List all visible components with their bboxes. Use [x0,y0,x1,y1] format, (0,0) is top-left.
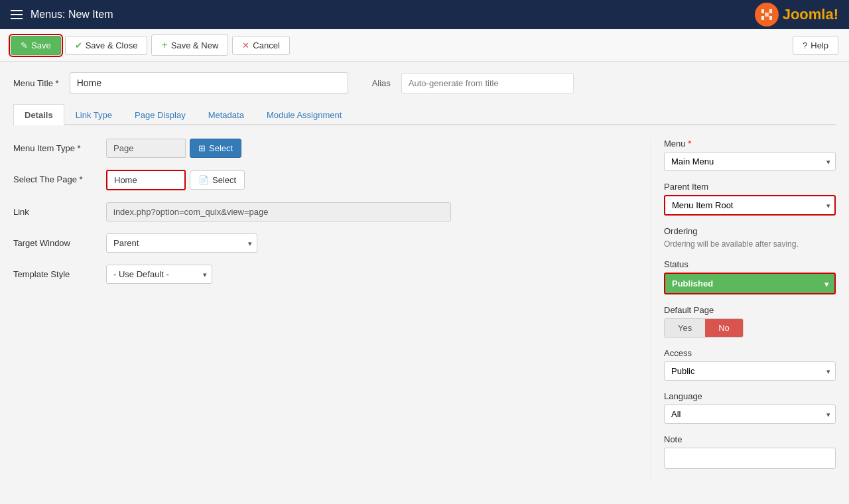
alias-label: Alias [372,78,391,88]
joomla-logo-icon [755,3,779,27]
check-icon: ✔ [75,40,82,50]
target-window-row: Target Window Parent New Window with Nav… [13,233,623,253]
language-select[interactable]: All [664,405,836,424]
form-body: Menu Item Type * Page ⊞ Select Select Th… [13,139,836,479]
alias-input[interactable] [401,73,574,94]
joomla-brand-text: Joomla! [783,6,838,23]
menu-item-type-row: Menu Item Type * Page ⊞ Select [13,139,623,158]
note-label: Note [664,434,836,444]
form-left: Menu Item Type * Page ⊞ Select Select Th… [13,139,650,479]
tab-details[interactable]: Details [13,104,64,125]
link-row: Link [13,202,623,221]
save-icon: ✎ [21,40,28,50]
joomla-logo: Joomla! [755,3,838,27]
status-select[interactable]: Published Unpublished Trashed [664,273,836,294]
access-field: Access Public Guest Registered Special S… [664,348,836,381]
menu-select[interactable]: Main Menu [664,152,836,171]
ordering-field: Ordering Ordering will be available afte… [664,226,836,249]
language-field: Language All [664,391,836,424]
select-page-control: Home 📄 Select [106,170,623,190]
cancel-button[interactable]: ✕ Cancel [232,36,289,55]
select-page-label: Select The Page * [13,170,106,184]
default-page-yes-button[interactable]: Yes [665,319,705,337]
selected-page-value: Home [106,170,186,190]
template-style-wrapper: - Use Default - [106,265,212,284]
select-page-row: Select The Page * Home 📄 Select [13,170,623,190]
tab-module-assignment[interactable]: Module Assignment [255,104,353,125]
tab-link-type[interactable]: Link Type [64,104,123,125]
menu-item-type-value: Page [106,139,186,158]
menu-title-label: Menu Title * [13,78,59,88]
grid-icon: ⊞ [198,143,206,153]
parent-item-select[interactable]: Menu Item Root [664,195,836,216]
default-page-toggle: Yes No [664,318,744,338]
status-select-wrapper: Published Unpublished Trashed [664,273,836,294]
plus-icon: + [161,39,167,51]
doc-icon: 📄 [198,175,209,185]
form-right: Menu Main Menu Parent Item Menu Item Roo… [650,139,836,479]
default-page-field: Default Page Yes No [664,305,836,338]
hamburger-menu[interactable] [11,10,23,19]
menu-field: Menu Main Menu [664,139,836,171]
note-field: Note [664,434,836,469]
tab-metadata[interactable]: Metadata [197,104,255,125]
link-label: Link [13,202,106,217]
access-label: Access [664,348,836,358]
parent-item-right-label: Parent Item [664,182,836,192]
menu-right-label: Menu [664,139,836,149]
access-select-wrapper: Public Guest Registered Special Super Us… [664,361,836,381]
title-row: Menu Title * Alias [13,72,836,94]
default-page-label: Default Page [664,305,836,315]
parent-item-field: Parent Item Menu Item Root [664,182,836,216]
tab-page-display[interactable]: Page Display [123,104,197,125]
menu-title-input[interactable] [70,72,348,94]
select-type-button[interactable]: ⊞ Select [190,139,241,158]
ordering-note: Ordering will be available after saving. [664,239,836,249]
save-close-button[interactable]: ✔ Save & Close [65,36,148,55]
template-style-select[interactable]: - Use Default - [106,265,212,284]
select-page-button[interactable]: 📄 Select [190,170,245,190]
template-style-label: Template Style [13,265,106,279]
menu-item-type-control: Page ⊞ Select [106,139,623,158]
parent-item-wrapper: Menu Item Root [664,195,836,216]
template-style-row: Template Style - Use Default - [13,265,623,284]
status-field: Status Published Unpublished Trashed [664,259,836,294]
link-input[interactable] [106,202,451,221]
help-button[interactable]: ? Help [793,36,838,55]
question-icon: ? [803,40,807,50]
target-window-select[interactable]: Parent New Window with Navigation New Wi… [106,233,257,253]
menu-select-wrapper: Main Menu [664,152,836,171]
x-icon: ✕ [242,40,249,50]
top-bar: Menus: New Item Joomla! [0,0,849,29]
status-label: Status [664,259,836,269]
save-new-button[interactable]: + Save & New [151,34,228,56]
target-window-label: Target Window [13,233,106,248]
target-window-wrapper: Parent New Window with Navigation New Wi… [106,233,257,253]
menu-item-type-label: Menu Item Type * [13,139,106,153]
page-title: Menus: New Item [31,9,113,21]
language-select-wrapper: All [664,405,836,424]
tabs: Details Link Type Page Display Metadata … [13,104,836,125]
language-label: Language [664,391,836,401]
toolbar: ✎ Save ✔ Save & Close + Save & New ✕ Can… [0,29,849,62]
default-page-no-button[interactable]: No [705,319,743,337]
save-button[interactable]: ✎ Save [11,36,61,55]
main-content: Menu Title * Alias Details Link Type Pag… [0,62,849,490]
note-input[interactable] [664,448,836,469]
ordering-label: Ordering [664,226,836,236]
access-select[interactable]: Public Guest Registered Special Super Us… [664,361,836,381]
